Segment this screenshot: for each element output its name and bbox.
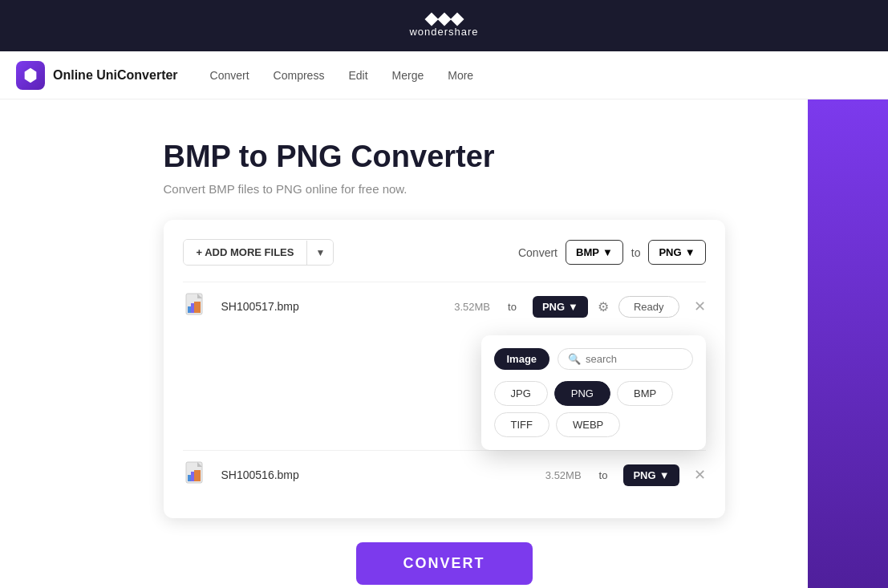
nav-bar: Online UniConverter Convert Compress Edi…	[0, 51, 888, 99]
add-files-dropdown-arrow[interactable]: ▼	[306, 241, 333, 265]
file-format-label-2: PNG	[633, 469, 655, 481]
file-format-arrow-2: ▼	[659, 469, 670, 481]
search-box: 🔍	[558, 348, 692, 370]
image-tab[interactable]: Image	[494, 348, 550, 370]
nav-compress[interactable]: Compress	[274, 69, 325, 82]
from-format-button[interactable]: BMP ▼	[566, 240, 623, 265]
svg-rect-11	[194, 470, 201, 481]
file-to-2: to	[599, 469, 608, 481]
diamond-2	[437, 12, 451, 26]
diamond-3	[450, 12, 464, 26]
search-icon: 🔍	[568, 353, 581, 365]
dropdown-header: Image 🔍	[494, 348, 693, 370]
main-content: BMP to PNG Converter Convert BMP files t…	[0, 99, 888, 588]
file-icon-2	[183, 460, 212, 489]
svg-rect-5	[194, 302, 201, 313]
file-format-button-2[interactable]: PNG ▼	[623, 464, 679, 486]
settings-icon-1[interactable]: ⚙	[598, 299, 609, 314]
file-format-arrow-1: ▼	[568, 301, 578, 313]
target-format-arrow: ▼	[685, 246, 695, 258]
format-dropdown-panel: Image 🔍 JPG PNG BMP TIFF WEBP	[481, 335, 706, 450]
target-format-button[interactable]: PNG ▼	[648, 240, 705, 265]
file-row-1: SH100517.bmp 3.52MB to PNG ▼ ⚙ Ready ✕	[183, 282, 706, 330]
controls-row: + ADD MORE FILES ▼ Convert BMP ▼ to PNG …	[183, 239, 706, 266]
nav-edit[interactable]: Edit	[348, 69, 367, 82]
add-files-main-button[interactable]: + ADD MORE FILES	[184, 240, 307, 265]
file-size-2: 3.52MB	[545, 469, 582, 481]
converter-box: + ADD MORE FILES ▼ Convert BMP ▼ to PNG …	[164, 220, 725, 518]
format-tiff[interactable]: TIFF	[494, 412, 549, 437]
close-button-1[interactable]: ✕	[694, 298, 706, 315]
format-webp[interactable]: WEBP	[556, 412, 620, 437]
brand-name: wondershare	[409, 26, 478, 38]
file-to-1: to	[508, 301, 517, 313]
diamond-1	[424, 12, 438, 26]
file-name-2: SH100516.bmp	[221, 468, 536, 481]
target-format-label: PNG	[659, 246, 681, 258]
app-logo: Online UniConverter	[16, 61, 178, 90]
logo-diamonds	[427, 14, 462, 24]
format-png[interactable]: PNG	[554, 381, 610, 406]
format-options: JPG PNG BMP TIFF WEBP	[494, 381, 693, 437]
brand-logo: wondershare	[409, 14, 478, 38]
file-name-1: SH100517.bmp	[221, 300, 445, 313]
search-input[interactable]	[586, 353, 682, 365]
add-files-button-group[interactable]: + ADD MORE FILES ▼	[183, 239, 335, 266]
page-subtitle: Convert BMP files to PNG online for free…	[164, 182, 725, 196]
convert-label: Convert	[518, 246, 558, 259]
app-icon-svg	[22, 67, 39, 84]
content-area: BMP to PNG Converter Convert BMP files t…	[164, 140, 725, 585]
from-format-label: BMP	[576, 246, 599, 258]
purple-accent	[808, 99, 888, 588]
file-format-button-1[interactable]: PNG ▼	[533, 296, 588, 318]
format-jpg[interactable]: JPG	[494, 381, 548, 406]
file-row-2: SH100516.bmp 3.52MB to PNG ▼ ✕	[183, 450, 706, 499]
format-bmp[interactable]: BMP	[617, 381, 673, 406]
to-label: to	[631, 246, 641, 259]
app-icon	[16, 61, 45, 90]
nav-items: Convert Compress Edit Merge More	[210, 69, 474, 82]
top-bar: wondershare	[0, 0, 888, 51]
from-format-arrow: ▼	[602, 246, 613, 258]
nav-convert[interactable]: Convert	[210, 69, 249, 82]
nav-merge[interactable]: Merge	[392, 69, 424, 82]
page-title: BMP to PNG Converter	[164, 140, 725, 174]
convert-button[interactable]: CONVERT	[356, 542, 533, 585]
file-format-label-1: PNG	[542, 301, 565, 313]
app-name: Online UniConverter	[53, 68, 178, 83]
nav-more[interactable]: More	[448, 69, 473, 82]
ready-badge-1: Ready	[618, 296, 679, 318]
file-icon-1	[183, 292, 212, 321]
file-size-1: 3.52MB	[454, 301, 490, 313]
close-button-2[interactable]: ✕	[694, 466, 706, 484]
